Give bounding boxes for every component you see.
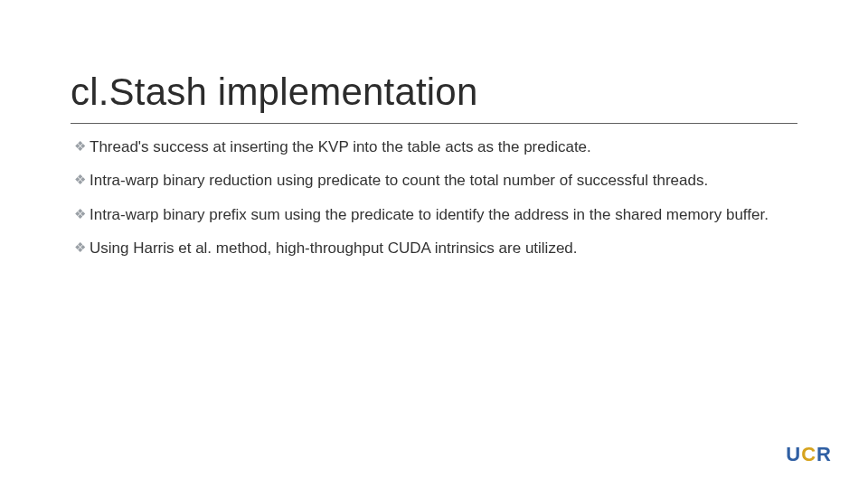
logo-letter-r: R <box>816 443 832 465</box>
bullet-item: ❖Intra-warp binary reduction using predi… <box>74 171 797 190</box>
slide-title: cl.Stash implementation <box>71 70 477 114</box>
diamond-bullet-icon: ❖ <box>74 172 86 189</box>
bullet-text: Thread's success at inserting the KVP in… <box>90 138 591 155</box>
bullet-text: Using Harris et al. method, high-through… <box>90 239 578 257</box>
slide: cl.Stash implementation ❖Thread's succes… <box>0 0 868 488</box>
diamond-bullet-icon: ❖ <box>74 239 86 257</box>
bullet-text: Intra-warp binary prefix sum using the p… <box>90 206 769 223</box>
bullet-item: ❖Thread's success at inserting the KVP i… <box>74 137 797 156</box>
body-text: ❖Thread's success at inserting the KVP i… <box>74 137 797 272</box>
bullet-text: Intra-warp binary reduction using predic… <box>90 172 708 189</box>
diamond-bullet-icon: ❖ <box>74 138 86 155</box>
title-underline <box>71 123 797 124</box>
logo-letter-u: U <box>786 443 801 465</box>
bullet-item: ❖Using Harris et al. method, high-throug… <box>74 239 797 258</box>
logo-letter-c: C <box>801 443 816 465</box>
ucr-logo: UCR <box>786 443 832 466</box>
bullet-item: ❖Intra-warp binary prefix sum using the … <box>74 205 797 224</box>
diamond-bullet-icon: ❖ <box>74 206 86 223</box>
